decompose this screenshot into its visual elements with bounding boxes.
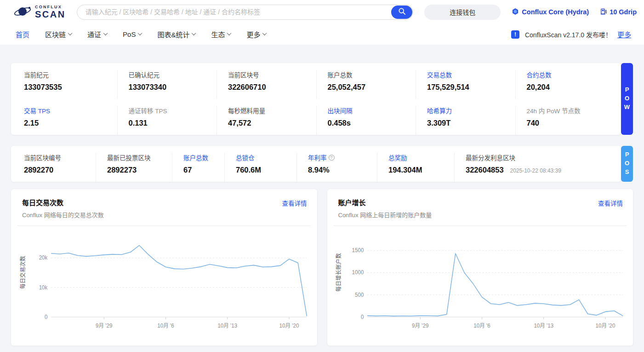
chart-subtitle: Conflux 网络上每日新增的账户数量: [338, 210, 432, 219]
pos-total-accounts: 账户总数 67: [172, 153, 224, 182]
stat-label: 最新已投票区块: [107, 153, 172, 162]
stat-value: 47,572: [228, 119, 316, 127]
svg-text:9月 '29: 9月 '29: [96, 323, 112, 329]
y-axis-label: 每日增长账户数: [334, 227, 342, 331]
stat-pow-nodes-24h: 24h 内 PoW 节点数 740: [515, 106, 615, 135]
stat-total-contracts: 合约总数 20,204: [515, 70, 615, 99]
chart-title: 账户增长: [338, 197, 432, 207]
svg-text:1000: 1000: [352, 269, 364, 275]
stat-total-accounts: 账户总数 25,052,457: [316, 70, 416, 99]
stat-label: 最新分发利息区块: [466, 153, 615, 162]
pos-total-rewards: 总奖励 194.304M: [377, 153, 454, 182]
stat-label-link[interactable]: 交易总数: [427, 70, 515, 79]
search-button[interactable]: [391, 6, 412, 19]
planet-orbit-icon: [13, 4, 32, 20]
svg-text:10k: 10k: [39, 284, 48, 290]
svg-text:10月 '20: 10月 '20: [596, 323, 616, 329]
logo-text: CONFLUX SCAN: [35, 5, 66, 19]
svg-text:10月 '13: 10月 '13: [218, 323, 238, 329]
logo-text-bottom: SCAN: [35, 10, 66, 19]
svg-text:10月 '6: 10月 '6: [158, 323, 175, 329]
daily-transactions-line-chart: 010k20k9月 '2910月 '610月 '1310月 '20: [26, 227, 310, 331]
search-icon: [398, 7, 406, 17]
chevron-down-icon: [138, 31, 142, 35]
pos-stats-card: 当前区块编号 2892270 最新已投票区块 2892273 账户总数 67 总…: [11, 146, 621, 182]
stat-current-epoch: 当前纪元 133073535: [17, 70, 117, 99]
stat-label-text: 年利率: [308, 153, 327, 162]
confluxscan-logo[interactable]: CONFLUX SCAN: [13, 4, 66, 20]
nav-item-tokens[interactable]: 通证: [87, 29, 107, 39]
stat-value: 20,204: [527, 83, 615, 92]
nav-label: 生态: [211, 29, 225, 39]
stat-label-link[interactable]: 交易 TPS: [24, 106, 117, 115]
chart-subtitle: Conflux 网络每日的交易总次数: [22, 210, 104, 219]
pos-stats-row: 当前区块编号 2892270 最新已投票区块 2892273 账户总数 67 总…: [11, 146, 621, 182]
announcement-text[interactable]: ConfluxScan v2.17.0 发布喽！: [525, 30, 612, 39]
nav-label: 通证: [87, 29, 101, 39]
pos-total-staked: 总锁仓 760.6M: [224, 153, 296, 182]
nav-right-group: ConfluxScan v2.17.0 发布喽！ 更多: [511, 29, 631, 39]
charts-row: 每日交易次数 Conflux 网络每日的交易总次数 查看详情 每日交易次数 01…: [11, 189, 633, 346]
chevron-down-icon: [227, 31, 232, 35]
svg-text:9月 '29: 9月 '29: [412, 323, 428, 329]
stat-label-link[interactable]: 合约总数: [527, 70, 615, 79]
pos-stats-section: 当前区块编号 2892270 最新已投票区块 2892273 账户总数 67 总…: [11, 146, 633, 182]
stat-label-link[interactable]: 总锁仓: [236, 153, 296, 162]
stat-block-interval: 出块间隔 0.458s: [316, 106, 416, 135]
stat-value: 194.304M: [388, 166, 454, 174]
stat-label-link[interactable]: 总奖励: [388, 153, 454, 162]
stat-gas-used-per-second: 每秒燃料用量 47,572: [217, 106, 316, 135]
stat-label-link[interactable]: 哈希算力: [427, 106, 515, 115]
pos-tab[interactable]: POS: [621, 146, 633, 182]
account-growth-line-chart: 0500100015009月 '2910月 '610月 '1310月 '20: [342, 227, 627, 331]
stat-hash-rate: 哈希算力 3.309T: [416, 106, 515, 135]
pow-stats-card: 当前纪元 133073535 已确认纪元 133073340 当前区块号 322…: [11, 63, 621, 135]
stat-value: 3.309T: [427, 119, 515, 127]
nav-item-blockchain[interactable]: 区块链: [45, 29, 72, 39]
stat-label: 当前纪元: [24, 70, 117, 79]
nav-label: 图表&统计: [157, 29, 189, 39]
logo-text-top: CONFLUX: [35, 5, 66, 9]
chart-header: 每日交易次数 Conflux 网络每日的交易总次数 查看详情: [17, 197, 311, 226]
gas-price-value: 10 Gdrip: [610, 8, 637, 16]
nav-item-ecosystem[interactable]: 生态: [211, 29, 231, 39]
stat-label-link[interactable]: 年利率: [308, 153, 377, 162]
stat-value: 133073340: [129, 83, 217, 92]
svg-text:1500: 1500: [352, 247, 364, 253]
stat-transaction-tps: 交易 TPS 2.15: [17, 106, 117, 135]
stat-label: 每秒燃料用量: [228, 106, 316, 115]
gas-price-indicator[interactable]: 10 Gdrip: [600, 8, 637, 17]
svg-text:500: 500: [355, 292, 364, 298]
pow-tab[interactable]: POW: [621, 63, 633, 135]
network-switcher[interactable]: Conflux Core (Hydra): [512, 8, 589, 17]
stat-label: 已确认纪元: [129, 70, 217, 79]
stat-label: 24h 内 PoW 节点数: [527, 106, 615, 115]
stat-label-link[interactable]: 账户总数: [183, 153, 224, 162]
pos-latest-voted-block: 最新已投票区块 2892273: [96, 153, 172, 182]
top-header: CONFLUX SCAN 连接钱包 Conflux Core (Hydra): [0, 0, 644, 24]
announcement-more-link[interactable]: 更多: [617, 29, 631, 39]
view-details-link[interactable]: 查看详情: [282, 198, 307, 208]
stat-confirmed-epoch: 已确认纪元 133073340: [117, 70, 217, 99]
daily-transactions-card: 每日交易次数 Conflux 网络每日的交易总次数 查看详情 每日交易次数 01…: [11, 189, 317, 346]
nav-item-more[interactable]: 更多: [246, 29, 266, 39]
pos-current-block-number: 当前区块编号 2892270: [17, 153, 96, 182]
nav-item-pos[interactable]: PoS: [123, 30, 142, 38]
stat-timestamp: 2025-10-22 08:43:39: [510, 167, 561, 174]
view-details-link[interactable]: 查看详情: [598, 198, 623, 208]
network-name: Conflux Core (Hydra): [522, 8, 589, 16]
stat-label-link[interactable]: 出块间隔: [328, 106, 416, 115]
nav-item-home[interactable]: 首页: [16, 29, 29, 39]
stat-value: 2892273: [107, 166, 172, 174]
chart-body: 每日交易次数 010k20k9月 '2910月 '610月 '1310月 '20: [17, 227, 311, 331]
chart-body: 每日增长账户数 0500100015009月 '2910月 '610月 '131…: [334, 227, 627, 331]
nav-item-charts-statistics[interactable]: 图表&统计: [157, 29, 195, 39]
stat-value: 0.131: [129, 119, 217, 127]
info-icon[interactable]: [329, 155, 335, 161]
search-input[interactable]: [77, 5, 414, 20]
chevron-down-icon: [68, 31, 73, 35]
gas-pump-icon: [600, 8, 607, 17]
connect-wallet-button[interactable]: 连接钱包: [424, 5, 501, 20]
chevron-down-icon: [192, 31, 196, 35]
nav-label: 区块链: [45, 29, 66, 39]
